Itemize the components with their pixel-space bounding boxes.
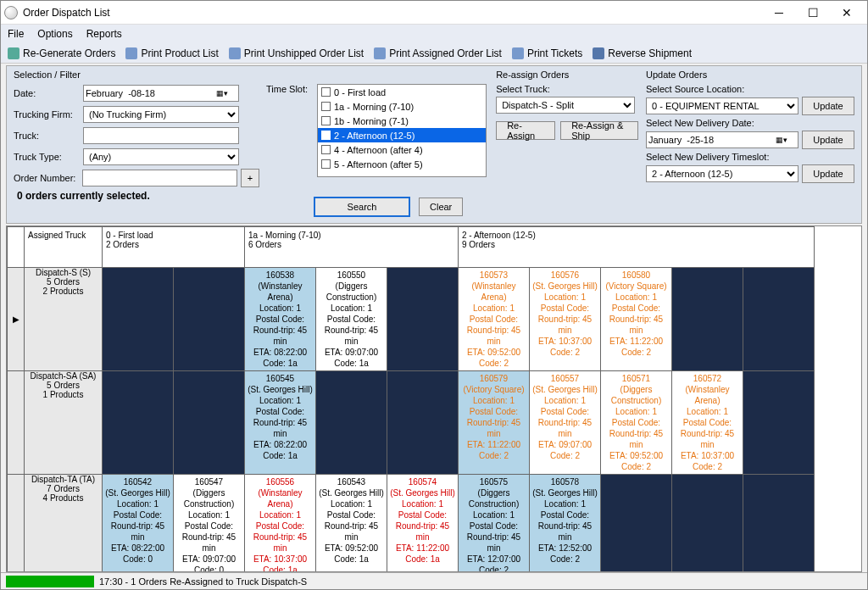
add-order-button[interactable]: + bbox=[241, 169, 259, 187]
order-card[interactable]: 160576(St. Georges Hill)Location: 1Posta… bbox=[530, 268, 600, 370]
toolbar: Re-Generate Orders Print Product List Pr… bbox=[1, 43, 867, 64]
trucking-firm-label: Trucking Firm: bbox=[14, 109, 80, 120]
update-header: Update Orders bbox=[646, 70, 854, 80]
print-product-button[interactable]: Print Product List bbox=[125, 47, 218, 59]
timeslot-label: Time Slot: bbox=[266, 84, 314, 94]
selection-count: 0 orders currently selected. bbox=[14, 190, 259, 202]
reverse-icon bbox=[593, 47, 604, 59]
reassign-truck-select[interactable]: Dispatch-S - Split bbox=[496, 97, 635, 114]
window-title: Order Dispatch List bbox=[23, 7, 762, 19]
order-card[interactable]: 160542(St. Georges Hill)Location: 1Posta… bbox=[103, 475, 173, 572]
order-card[interactable]: 160543(St. Georges Hill)Location: 1Posta… bbox=[316, 475, 387, 572]
app-icon bbox=[4, 6, 18, 19]
titlebar: Order Dispatch List ─ ☐ ✕ bbox=[1, 1, 867, 25]
timeslot-list[interactable]: 0 - First load 1a - Morning (7-10) 1b - … bbox=[317, 84, 487, 177]
new-date-input[interactable] bbox=[647, 132, 776, 148]
source-location-select[interactable]: 0 - EQUIPMENT RENTAL bbox=[646, 97, 798, 114]
order-card[interactable]: 160579(Victory Square)Location: 1Postal … bbox=[459, 371, 529, 474]
update-date-button[interactable]: Update bbox=[802, 131, 854, 149]
status-text: 17:30 - 1 Orders Re-Assigned to Truck Di… bbox=[99, 576, 307, 587]
select-slot-label: Select New Delivery Timeslot: bbox=[646, 152, 854, 162]
menubar: File Options Reports bbox=[1, 25, 867, 43]
order-card[interactable]: 160545(St. Georges Hill)Location: 1Posta… bbox=[245, 371, 315, 474]
statusbar: 17:30 - 1 Orders Re-Assigned to Truck Di… bbox=[1, 572, 867, 589]
order-card[interactable]: 160571(Diggers Construction)Location: 1P… bbox=[601, 371, 671, 474]
order-card[interactable]: 160574(St. Georges Hill)Location: 1Posta… bbox=[387, 475, 458, 572]
select-source-label: Select Source Location: bbox=[646, 84, 854, 94]
table-row[interactable]: Dispatch-TA (TA)7 Orders4 Products 16054… bbox=[8, 475, 815, 573]
select-date-label: Select New Delivery Date: bbox=[646, 118, 854, 128]
order-card[interactable]: 160547(Diggers Construction)Location: 1P… bbox=[174, 475, 244, 572]
truck-type-label: Truck Type: bbox=[14, 152, 80, 162]
order-card[interactable]: 160538(Winstanley Arena)Location: 1Posta… bbox=[245, 268, 315, 370]
new-timeslot-select[interactable]: 2 - Afternoon (12-5) bbox=[646, 165, 798, 182]
reassign-button[interactable]: Re-Assign bbox=[496, 121, 555, 140]
order-card[interactable]: 160573(Winstanley Arena)Location: 1Posta… bbox=[459, 268, 529, 370]
close-button[interactable]: ✕ bbox=[830, 3, 864, 23]
truck-type-select[interactable]: (Any) bbox=[83, 148, 239, 165]
calendar-icon[interactable]: ▦▾ bbox=[216, 89, 228, 97]
order-card[interactable]: 160578(St. Georges Hill)Location: 1Posta… bbox=[530, 475, 600, 572]
order-card[interactable]: 160575(Diggers Construction)Location: 1P… bbox=[459, 475, 529, 572]
date-label: Date: bbox=[14, 88, 80, 98]
order-card[interactable]: 160557(St. Georges Hill)Location: 1Posta… bbox=[530, 371, 600, 474]
truck-label: Truck: bbox=[14, 131, 80, 141]
print-icon bbox=[125, 47, 137, 59]
print-tickets-button[interactable]: Print Tickets bbox=[512, 47, 582, 59]
order-card[interactable]: 160550(Diggers Construction)Location: 1P… bbox=[316, 268, 387, 370]
order-card[interactable]: 160556(Winstanley Arena)Location: 1Posta… bbox=[245, 475, 315, 572]
reverse-shipment-button[interactable]: Reverse Shipment bbox=[593, 47, 692, 59]
print-assigned-button[interactable]: Print Assigned Order List bbox=[374, 47, 502, 59]
menu-reports[interactable]: Reports bbox=[86, 28, 122, 40]
print-unshipped-button[interactable]: Print Unshipped Order List bbox=[229, 47, 364, 59]
menu-file[interactable]: File bbox=[8, 28, 24, 40]
calendar-icon[interactable]: ▦▾ bbox=[776, 136, 787, 144]
filter-header: Selection / Filter bbox=[14, 70, 259, 80]
order-number-label: Order Number: bbox=[14, 173, 79, 183]
minimize-button[interactable]: ─ bbox=[762, 3, 796, 23]
order-card[interactable]: 160572(Winstanley Arena)Location: 1Posta… bbox=[672, 371, 743, 474]
reassign-header: Re-assign Orders bbox=[496, 70, 639, 80]
trucking-firm-select[interactable]: (No Trucking Firm) bbox=[83, 106, 239, 123]
maximize-button[interactable]: ☐ bbox=[796, 3, 830, 23]
reassign-ship-button[interactable]: Re-Assign & Ship bbox=[560, 121, 638, 140]
menu-options[interactable]: Options bbox=[37, 28, 72, 40]
print-icon bbox=[229, 47, 241, 59]
print-icon bbox=[374, 47, 386, 59]
refresh-icon bbox=[8, 47, 19, 59]
order-number-input[interactable] bbox=[82, 170, 237, 186]
print-icon bbox=[512, 47, 524, 59]
update-source-button[interactable]: Update bbox=[802, 97, 854, 115]
search-button[interactable]: Search bbox=[314, 197, 410, 217]
regen-orders-button[interactable]: Re-Generate Orders bbox=[8, 47, 115, 59]
update-slot-button[interactable]: Update bbox=[802, 164, 854, 183]
order-card[interactable]: 160580(Victory Square)Location: 1Postal … bbox=[601, 268, 671, 370]
select-truck-label: Select Truck: bbox=[496, 84, 639, 94]
dispatch-grid[interactable]: Assigned Truck 0 - First load2 Orders 1a… bbox=[6, 225, 862, 572]
table-row[interactable]: Dispatch-SA (SA)5 Orders1 Products 16054… bbox=[8, 371, 815, 475]
truck-input[interactable] bbox=[83, 127, 239, 144]
date-input[interactable] bbox=[84, 86, 216, 101]
clear-button[interactable]: Clear bbox=[419, 198, 463, 216]
table-row[interactable]: ▶ Dispatch-S (S)5 Orders2 Products 16053… bbox=[8, 268, 815, 371]
progress-bar bbox=[6, 576, 94, 587]
